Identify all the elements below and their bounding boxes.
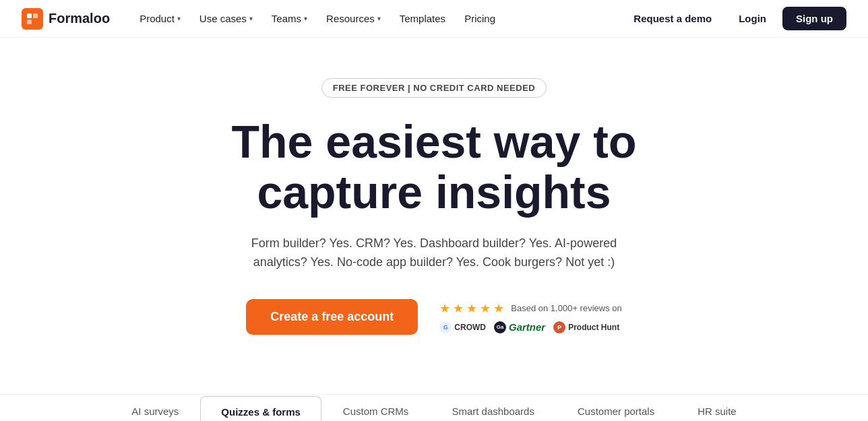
chevron-down-icon: ▾ bbox=[304, 15, 307, 22]
star-5: ★ bbox=[493, 301, 504, 316]
create-account-button[interactable]: Create a free account bbox=[246, 299, 418, 335]
nav-templates[interactable]: Templates bbox=[392, 7, 454, 30]
hero-title: The easiest way to capture insights bbox=[232, 117, 637, 218]
star-3: ★ bbox=[466, 301, 477, 316]
gartner-icon: Ga bbox=[494, 321, 506, 333]
gartner-logo: Ga Gartner bbox=[494, 321, 545, 333]
navbar: Formaloo Product ▾ Use cases ▾ Teams ▾ R… bbox=[0, 0, 868, 38]
nav-actions: Request a demo Login Sign up bbox=[623, 7, 846, 30]
tab-hr-suite[interactable]: HR suite bbox=[676, 395, 758, 421]
star-4: ★ bbox=[480, 301, 491, 316]
free-forever-badge: FREE FOREVER | NO CREDIT CARD NEEDED bbox=[321, 78, 547, 98]
tab-ai-surveys[interactable]: AI surveys bbox=[110, 395, 200, 421]
tab-custom-crms[interactable]: Custom CRMs bbox=[321, 395, 431, 421]
producthunt-icon: P bbox=[553, 321, 565, 333]
g2crowd-icon: G bbox=[439, 321, 452, 333]
tab-quizzes-forms[interactable]: Quizzes & forms bbox=[200, 396, 321, 421]
reviews-text: Based on 1,000+ reviews on bbox=[511, 303, 621, 313]
nav-resources[interactable]: Resources ▾ bbox=[318, 7, 389, 30]
hero-subtitle: Form builder? Yes. CRM? Yes. Dashboard b… bbox=[225, 234, 643, 273]
svg-rect-1 bbox=[33, 13, 38, 18]
svg-rect-2 bbox=[27, 20, 32, 24]
logo-link[interactable]: Formaloo bbox=[22, 8, 110, 30]
chevron-down-icon: ▾ bbox=[377, 15, 381, 22]
svg-rect-0 bbox=[27, 13, 32, 18]
signup-button[interactable]: Sign up bbox=[782, 7, 846, 30]
g2crowd-logo: G CROWD bbox=[439, 321, 486, 333]
hero-actions: Create a free account ★ ★ ★ ★ ★ Based on… bbox=[246, 299, 622, 335]
logo-icon bbox=[22, 8, 43, 30]
producthunt-logo: P Product Hunt bbox=[553, 321, 619, 333]
request-demo-button[interactable]: Request a demo bbox=[623, 7, 722, 30]
star-2: ★ bbox=[453, 301, 464, 316]
nav-links: Product ▾ Use cases ▾ Teams ▾ Resources … bbox=[131, 7, 623, 30]
nav-teams[interactable]: Teams ▾ bbox=[264, 7, 315, 30]
hero-section: FREE FOREVER | NO CREDIT CARD NEEDED The… bbox=[0, 38, 868, 389]
feature-tabs: AI surveys Quizzes & forms Custom CRMs S… bbox=[0, 394, 868, 421]
tab-smart-dashboards[interactable]: Smart dashboards bbox=[430, 395, 556, 421]
reviews-block: ★ ★ ★ ★ ★ Based on 1,000+ reviews on G C… bbox=[439, 301, 621, 333]
review-logos: G CROWD Ga Gartner P Product Hunt bbox=[439, 321, 619, 333]
tab-customer-portals[interactable]: Customer portals bbox=[556, 395, 676, 421]
star-1: ★ bbox=[439, 301, 450, 316]
login-button[interactable]: Login bbox=[728, 7, 777, 30]
chevron-down-icon: ▾ bbox=[177, 15, 181, 22]
nav-pricing[interactable]: Pricing bbox=[456, 7, 503, 30]
nav-product[interactable]: Product ▾ bbox=[131, 7, 189, 30]
nav-use-cases[interactable]: Use cases ▾ bbox=[191, 7, 261, 30]
logo-text: Formaloo bbox=[49, 11, 110, 26]
chevron-down-icon: ▾ bbox=[249, 15, 253, 22]
stars-row: ★ ★ ★ ★ ★ Based on 1,000+ reviews on bbox=[439, 301, 621, 316]
